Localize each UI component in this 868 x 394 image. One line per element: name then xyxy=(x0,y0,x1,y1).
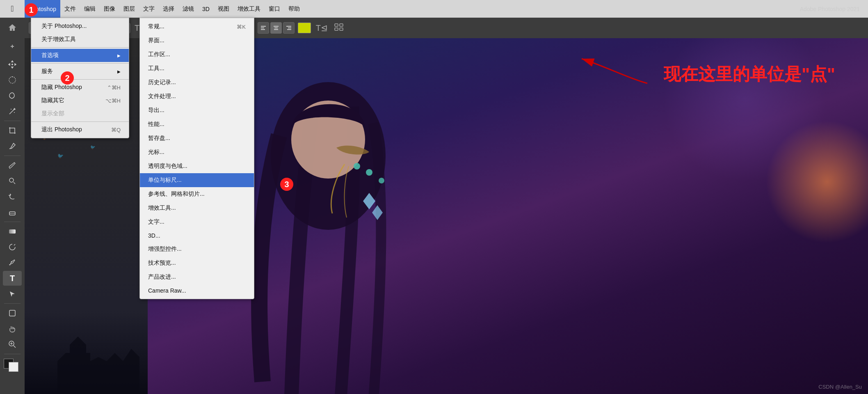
prefs-type[interactable]: 文字... xyxy=(140,215,254,229)
prefs-interface[interactable]: 界面... xyxy=(140,34,254,48)
selection-tool[interactable] xyxy=(3,73,22,87)
prefs-performance[interactable]: 性能... xyxy=(140,117,254,131)
eyedropper-tool[interactable] xyxy=(3,139,22,153)
eraser-tool[interactable] xyxy=(3,205,22,220)
svg-point-31 xyxy=(379,178,384,183)
prefs-camera-raw[interactable]: Camera Raw... xyxy=(140,284,254,297)
tools-panel: T xyxy=(0,18,25,394)
menu-preferences[interactable]: 首选项 ▶ xyxy=(31,49,129,62)
prefs-transparency[interactable]: 透明度与色域... xyxy=(140,159,254,173)
brush-tool[interactable] xyxy=(3,158,22,173)
svg-point-30 xyxy=(366,169,372,176)
photoshop-dropdown-menu: 关于 Photoshop... 关于增效工具 首选项 ▶ 2 服务 ▶ 隐藏 P… xyxy=(31,18,129,138)
svg-point-13 xyxy=(11,64,13,65)
watermark: CSDN @Allen_Su xyxy=(818,384,862,390)
menubar-3d[interactable]: 3D xyxy=(198,0,214,18)
step-2: 2 xyxy=(61,71,74,85)
canvas-image: CSDN @Allen_Su xyxy=(148,38,868,394)
tools-expand-button[interactable] xyxy=(3,39,22,54)
menubar-help[interactable]: 帮助 xyxy=(284,0,304,18)
menu-hide-others[interactable]: 隐藏其它 ⌥⌘H xyxy=(31,94,129,107)
menubar-file[interactable]: 文件 xyxy=(60,0,80,18)
menubar-image[interactable]: 图像 xyxy=(100,0,119,18)
svg-rect-20 xyxy=(9,229,16,234)
tool-separator-4 xyxy=(4,303,21,304)
svg-rect-11 xyxy=(335,28,338,30)
gradient-tool[interactable] xyxy=(3,224,22,239)
apple-menu-button[interactable]:  xyxy=(0,4,25,14)
menubar-edit[interactable]: 编辑 xyxy=(80,0,100,18)
type-tool[interactable]: T xyxy=(3,271,22,286)
move-tool[interactable] xyxy=(3,57,22,72)
align-left-button[interactable] xyxy=(258,22,269,34)
color-picker[interactable] xyxy=(3,358,22,373)
svg-rect-0 xyxy=(261,26,266,27)
prefs-units-rulers[interactable]: 单位与标尺... xyxy=(140,173,254,187)
menu-about-photoshop[interactable]: 关于 Photoshop... xyxy=(31,20,129,33)
svg-rect-2 xyxy=(261,29,265,30)
menu-services[interactable]: 服务 ▶ xyxy=(31,65,129,78)
zoom-tool[interactable] xyxy=(3,337,22,352)
home-button[interactable] xyxy=(3,20,22,35)
text-color-swatch[interactable] xyxy=(298,23,311,33)
prefs-cursors[interactable]: 光标... xyxy=(140,145,254,159)
svg-point-18 xyxy=(9,178,14,182)
svg-rect-12 xyxy=(340,28,343,30)
prefs-history[interactable]: 历史记录... xyxy=(140,76,254,89)
prefs-tech-preview[interactable]: 技术预览... xyxy=(140,256,254,270)
magic-wand-tool[interactable] xyxy=(3,104,22,119)
blur-tool[interactable] xyxy=(3,240,22,254)
menubar-text[interactable]: 文字 xyxy=(139,0,159,18)
svg-rect-5 xyxy=(274,29,278,30)
menu-quit-photoshop[interactable]: 退出 Photoshop ⌘Q xyxy=(31,123,129,136)
menubar-view[interactable]: 视图 xyxy=(214,0,233,18)
history-brush-tool[interactable] xyxy=(3,189,22,204)
menubar-layer[interactable]: 图层 xyxy=(119,0,139,18)
apple-icon:  xyxy=(11,4,14,14)
svg-rect-22 xyxy=(9,310,15,316)
character-panel-button[interactable] xyxy=(333,23,345,32)
prefs-guides-grids[interactable]: 参考线、网格和切片... xyxy=(140,187,254,201)
prefs-scratch-disks[interactable]: 暂存盘... xyxy=(140,131,254,145)
pen-tool[interactable] xyxy=(3,255,22,270)
hand-tool[interactable] xyxy=(3,321,22,336)
prefs-enhanced-controls[interactable]: 增强型控件... xyxy=(140,242,254,256)
menu-separator-4 xyxy=(31,121,129,122)
svg-rect-4 xyxy=(274,27,278,28)
tool-separator-1 xyxy=(4,121,21,121)
prefs-product-improvement[interactable]: 产品改进... xyxy=(140,270,254,284)
app-title: Adobe Photoshop 2021 xyxy=(800,6,868,12)
menubar-window[interactable]: 窗口 xyxy=(265,0,284,18)
crop-tool[interactable] xyxy=(3,123,22,138)
path-select-tool[interactable] xyxy=(3,286,22,301)
prefs-export[interactable]: 导出... xyxy=(140,103,254,117)
align-buttons xyxy=(258,22,295,34)
menu-separator-3 xyxy=(31,79,129,80)
shape-tool[interactable] xyxy=(3,306,22,321)
prefs-tools[interactable]: 工具... xyxy=(140,62,254,76)
step-3: 3 xyxy=(280,178,293,191)
prefs-3d[interactable]: 3D... xyxy=(140,229,254,242)
step-1: 1 xyxy=(25,3,38,16)
prefs-general[interactable]: 常规... ⌘K xyxy=(140,20,254,34)
warp-text-button[interactable]: T⊴ xyxy=(314,23,329,33)
menu-about-plugins[interactable]: 关于增效工具 xyxy=(31,33,129,46)
figure-silhouette xyxy=(230,74,476,394)
prefs-file-handling[interactable]: 文件处理... xyxy=(140,89,254,103)
align-right-button[interactable] xyxy=(283,22,295,34)
menubar-filter[interactable]: 滤镜 xyxy=(178,0,198,18)
menu-show-all[interactable]: 显示全部 xyxy=(31,107,129,120)
menu-hide-photoshop[interactable]: 隐藏 Photoshop ⌃⌘H xyxy=(31,81,129,94)
align-center-button[interactable] xyxy=(270,22,282,34)
menubar-plugins[interactable]: 增效工具 xyxy=(233,0,265,18)
svg-rect-10 xyxy=(340,24,343,26)
menubar-select[interactable]: 选择 xyxy=(159,0,178,18)
prefs-workspace[interactable]: 工作区... xyxy=(140,48,254,62)
tool-separator-3 xyxy=(4,222,21,222)
lasso-tool[interactable] xyxy=(3,88,22,103)
svg-rect-7 xyxy=(288,27,291,28)
menu-separator-1 xyxy=(31,47,129,48)
prefs-plugins[interactable]: 增效工具... xyxy=(140,201,254,215)
clone-stamp-tool[interactable] xyxy=(3,174,22,188)
background-color[interactable] xyxy=(9,362,18,372)
